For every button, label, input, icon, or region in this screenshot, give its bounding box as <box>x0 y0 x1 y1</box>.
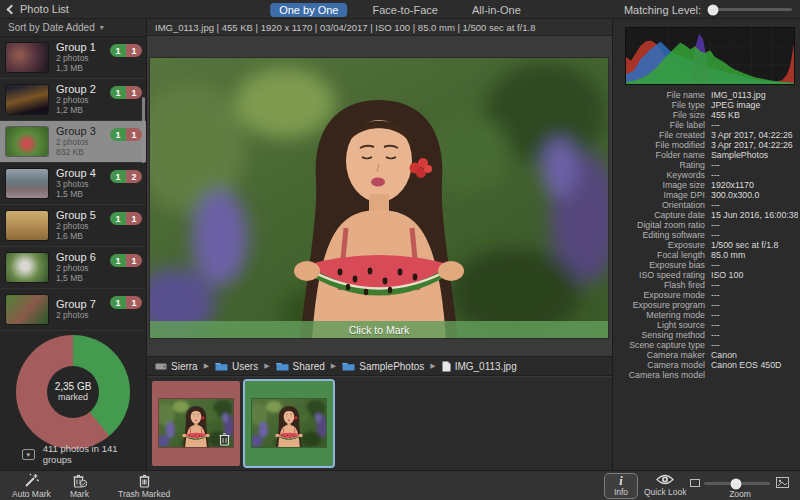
info-row-label: Exposure mode <box>613 290 705 300</box>
group-row[interactable]: Group 12 photos1,3 MB11 <box>0 37 146 79</box>
marked-count-badge: 1 <box>126 128 142 141</box>
group-size: 1,2 MB <box>56 106 110 116</box>
sort-dropdown[interactable]: Sort by Date Added ▾ <box>0 19 146 37</box>
group-thumbnail <box>6 295 48 324</box>
info-button[interactable]: i Info <box>604 473 638 499</box>
group-row[interactable]: Group 62 photos1,5 MB11 <box>0 247 146 289</box>
auto-mark-button[interactable]: Auto Mark <box>12 473 51 499</box>
info-row-label: Image size <box>613 180 705 190</box>
quick-look-label: Quick Look <box>644 487 687 497</box>
info-row: Folder nameSamplePhotos <box>613 150 798 160</box>
group-photo-count: 2 photos <box>56 311 110 321</box>
info-row-label: Focal length <box>613 250 705 260</box>
group-thumbnail <box>6 85 48 114</box>
tab-all-in-one[interactable]: All-in-One <box>463 3 530 17</box>
matching-level-slider[interactable] <box>708 8 792 11</box>
filmstrip-tile[interactable] <box>152 381 240 466</box>
info-row-value: 85.0 mm <box>711 250 745 260</box>
quick-look-button[interactable]: Quick Look <box>644 473 687 497</box>
marked-count-badge: 1 <box>126 254 142 267</box>
photos-groups-count: 411 photos in 141 groups <box>43 443 146 465</box>
group-thumbnail <box>6 169 48 198</box>
group-row[interactable]: Group 32 photos832 KB11 <box>0 121 146 163</box>
info-row-label: Metering mode <box>613 310 705 320</box>
group-thumbnail <box>6 253 48 282</box>
info-row-label: Camera lens model <box>613 370 705 380</box>
info-row-label: File modified <box>613 140 705 150</box>
breadcrumb-item[interactable]: Shared <box>276 361 325 372</box>
breadcrumb-item[interactable]: IMG_0113.jpg <box>442 361 517 372</box>
marked-size-sublabel: marked <box>58 392 88 402</box>
info-row-value: 3 Apr 2017, 04:22:26 <box>711 140 793 150</box>
breadcrumb-item[interactable]: SamplePhotos <box>342 361 424 372</box>
tab-face-to-face[interactable]: Face-to-Face <box>364 3 447 17</box>
top-toolbar: Photo List One by One Face-to-Face All-i… <box>0 0 800 19</box>
group-count-badge: 11 <box>110 86 142 99</box>
trash-marked-button[interactable]: Trash Marked <box>118 473 170 499</box>
marked-count-badge: 1 <box>126 44 142 57</box>
trash-marked-label: Trash Marked <box>118 489 170 499</box>
filmstrip-tile[interactable] <box>245 381 333 466</box>
drive-icon <box>155 362 167 371</box>
info-row: File size455 KB <box>613 110 798 120</box>
info-row: Exposure program--- <box>613 300 798 310</box>
kept-count-badge: 1 <box>110 128 126 141</box>
info-row: Camera makerCanon <box>613 350 798 360</box>
group-row[interactable]: Group 43 photos1,5 MB12 <box>0 163 146 205</box>
info-row-value: IMG_0113.jpg <box>711 90 766 100</box>
back-button[interactable]: Photo List <box>8 3 69 15</box>
breadcrumb-item-label: IMG_0113.jpg <box>455 361 517 372</box>
info-row-value: --- <box>711 340 720 350</box>
info-row-value: --- <box>711 290 720 300</box>
duplicate-photo-finder-window: Photo List One by One Face-to-Face All-i… <box>0 0 800 500</box>
sort-dropdown-label: Sort by Date Added <box>8 22 95 33</box>
breadcrumb-item[interactable]: Sierra <box>155 361 198 372</box>
zoom-slider[interactable] <box>704 482 770 485</box>
click-to-mark-overlay[interactable]: Click to Mark <box>150 321 608 338</box>
exif-info-list: File nameIMG_0113.jpgFile typeJPEG image… <box>613 90 798 382</box>
info-row-label: File name <box>613 90 705 100</box>
group-size: 1,6 MB <box>56 232 110 242</box>
info-row: File created3 Apr 2017, 04:22:26 <box>613 130 798 140</box>
group-thumbnail <box>6 127 48 156</box>
sidebar-footer: ▾ 411 photos in 141 groups <box>0 443 146 465</box>
photo-preview[interactable]: Click to Mark <box>150 58 608 338</box>
info-row-label: Exposure bias <box>613 260 705 270</box>
tab-one-by-one[interactable]: One by One <box>270 3 347 17</box>
zoom-knob[interactable] <box>730 478 741 489</box>
group-row[interactable]: Group 72 photos11 <box>0 289 146 331</box>
info-row: File nameIMG_0113.jpg <box>613 90 798 100</box>
info-row: Digital zoom ratio--- <box>613 220 798 230</box>
info-row-value: --- <box>711 120 720 130</box>
mark-button[interactable]: Mark <box>70 473 89 499</box>
info-row-value: --- <box>711 280 720 290</box>
group-count-badge: 11 <box>110 212 142 225</box>
scrollbar-thumb[interactable] <box>142 97 145 163</box>
kept-count-badge: 1 <box>110 170 126 183</box>
breadcrumb: Sierra▶Users▶Shared▶SamplePhotos▶IMG_011… <box>147 356 612 376</box>
trash-icon[interactable] <box>218 432 231 446</box>
zoom-control: Zoom <box>690 473 790 499</box>
matching-level-knob[interactable] <box>708 4 719 15</box>
trash-check-icon <box>72 473 87 488</box>
kept-count-badge: 1 <box>110 44 126 57</box>
group-info: Group 52 photos1,6 MB <box>56 209 110 241</box>
marked-count-badge: 1 <box>126 296 142 309</box>
group-info: Group 22 photos1,2 MB <box>56 83 110 115</box>
group-thumbnail <box>6 43 48 72</box>
breadcrumb-item[interactable]: Users <box>215 361 258 372</box>
group-count-badge: 11 <box>110 296 142 309</box>
group-row[interactable]: Group 52 photos1,6 MB11 <box>0 205 146 247</box>
group-size: 1,5 MB <box>56 190 110 200</box>
disclosure-button[interactable]: ▾ <box>22 449 35 460</box>
breadcrumb-separator-icon: ▶ <box>264 362 269 370</box>
breadcrumb-item-label: Shared <box>293 361 325 372</box>
info-row-value: ISO 100 <box>711 270 743 280</box>
info-row-value: 15 Jun 2016, 16:00:38 <box>711 210 798 220</box>
group-row[interactable]: Group 22 photos1,2 MB11 <box>0 79 146 121</box>
info-row-value: 3 Apr 2017, 04:22:26 <box>711 130 793 140</box>
auto-mark-label: Auto Mark <box>12 489 51 499</box>
group-info: Group 62 photos1,5 MB <box>56 251 110 283</box>
breadcrumb-item-label: SamplePhotos <box>359 361 424 372</box>
small-photo-icon <box>690 479 700 487</box>
